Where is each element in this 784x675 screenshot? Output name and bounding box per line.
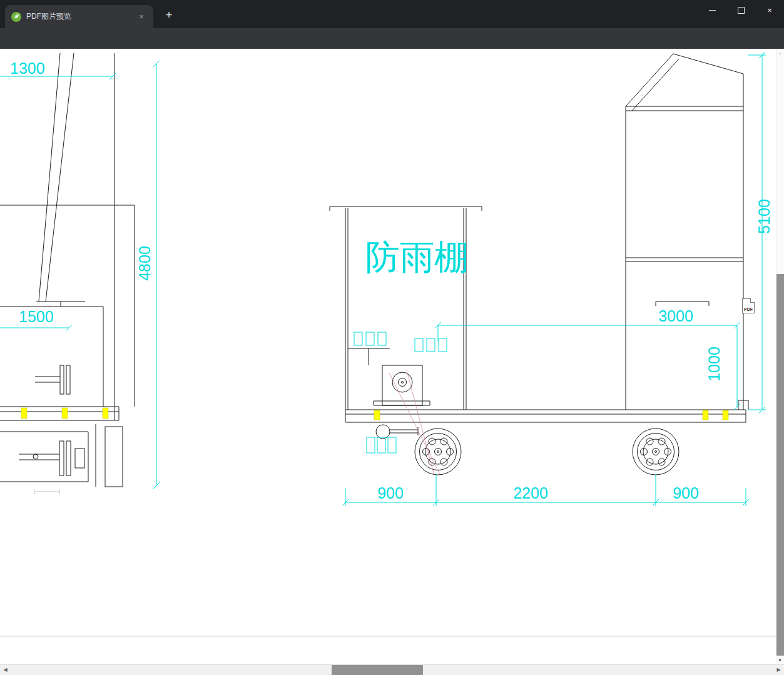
browser-window: PDF图片预览 × + × ← → ↻ ⌂ i localhost:8012/o…: [0, 0, 784, 675]
construction-lines: [389, 370, 440, 475]
tab-strip: PDF图片预览 × + ×: [0, 0, 784, 28]
new-tab-button[interactable]: +: [160, 6, 178, 24]
window-controls: ×: [698, 0, 784, 20]
scroll-up-icon[interactable]: ▲: [776, 49, 784, 57]
tab-close-icon[interactable]: ×: [136, 11, 147, 23]
dim-label-1500: 1500: [19, 308, 54, 325]
scroll-down-icon[interactable]: ▼: [776, 656, 784, 664]
minimize-icon: [709, 10, 716, 11]
pdf-file-icon[interactable]: PDF: [742, 298, 755, 313]
spring-leaf-favicon: [11, 12, 21, 22]
dim-label-900-left: 900: [377, 484, 404, 502]
dim-label-1000: 1000: [705, 347, 723, 382]
maximize-button[interactable]: [726, 0, 755, 20]
dim-label-900-right: 900: [673, 484, 699, 502]
scroll-left-icon[interactable]: ◀: [0, 664, 11, 675]
dim-label-4800: 4800: [136, 246, 153, 281]
browser-toolbar: ← → ↻ ⌂ i localhost:8012/onlinePreview?u…: [0, 28, 784, 49]
canopy-label: 防雨棚: [365, 238, 469, 277]
maximize-icon: [738, 7, 745, 14]
horizontal-scrollbar-thumb[interactable]: [332, 665, 423, 675]
browser-tab[interactable]: PDF图片预览 ×: [5, 5, 153, 28]
cad-drawing: 1300 1500 4800 防雨棚 900 2200 900 3000 100…: [0, 49, 776, 664]
tiny-dimension-mark: [34, 489, 59, 494]
dwg-preview-page: 1300 1500 4800 防雨棚 900 2200 900 3000 100…: [0, 49, 776, 664]
dim-label-2200: 2200: [513, 484, 548, 502]
tab-title: PDF图片预览: [26, 11, 136, 22]
dim-label-3000: 3000: [658, 307, 693, 325]
dim-label-5100: 5100: [755, 199, 773, 234]
scroll-right-icon[interactable]: ▶: [773, 664, 784, 675]
dimension-labels: 1300 1500 4800 防雨棚 900 2200 900 3000 100…: [10, 59, 773, 502]
close-window-button[interactable]: ×: [755, 0, 784, 20]
pdf-badge-label: PDF: [743, 307, 754, 312]
vertical-scrollbar-thumb[interactable]: [776, 274, 784, 656]
minimize-button[interactable]: [698, 0, 726, 20]
dim-label-1300: 1300: [10, 59, 45, 77]
